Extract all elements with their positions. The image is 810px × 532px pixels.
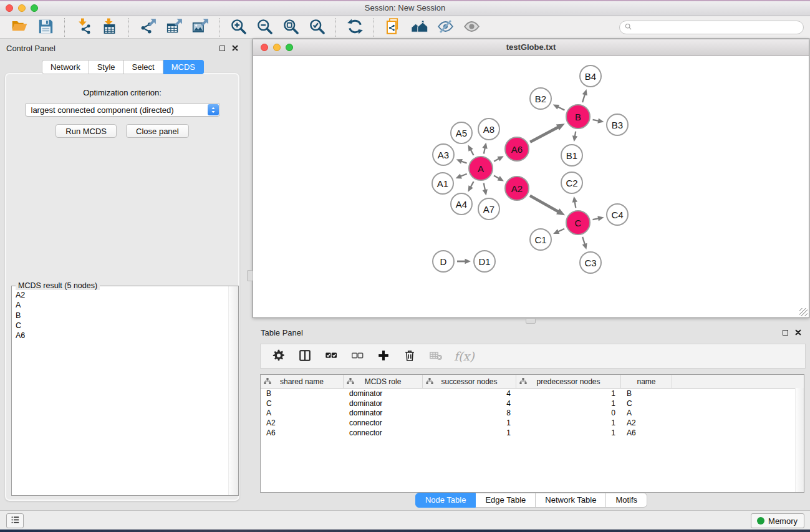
search-field[interactable] bbox=[619, 21, 804, 34]
deselect-all-button[interactable] bbox=[349, 348, 365, 364]
close-table-panel-icon[interactable] bbox=[795, 329, 801, 336]
network-window-titlebar[interactable]: testGlobe.txt bbox=[253, 39, 809, 56]
graph-node-B[interactable]: B bbox=[566, 104, 591, 129]
graph-node-A5[interactable]: A5 bbox=[450, 122, 473, 144]
zoom-in-button[interactable] bbox=[225, 17, 251, 37]
graph-node-A2[interactable]: A2 bbox=[504, 176, 529, 201]
zoom-fit-button[interactable] bbox=[277, 17, 304, 37]
result-item[interactable]: A6 bbox=[16, 331, 238, 341]
graph-node-C[interactable]: C bbox=[566, 210, 591, 235]
function-builder-button[interactable]: f(x) bbox=[454, 348, 475, 364]
graph-node-A7[interactable]: A7 bbox=[478, 198, 500, 220]
graph-node-C1[interactable]: C1 bbox=[529, 228, 552, 251]
table-row-B[interactable]: Bdominator41B bbox=[261, 389, 804, 399]
network-canvas[interactable]: B4B2BB3A5A8A6B1A3AC2A1A2A4A7C4CC1C3DD1 bbox=[253, 56, 809, 317]
hide-graphics-button[interactable] bbox=[432, 17, 458, 37]
result-scrollbar[interactable] bbox=[228, 286, 238, 495]
graph-node-C4[interactable]: C4 bbox=[606, 203, 629, 226]
float-table-panel-icon[interactable] bbox=[783, 330, 788, 336]
result-item[interactable]: C bbox=[16, 321, 238, 331]
import-table-button[interactable] bbox=[97, 17, 123, 37]
column-header-name[interactable]: name bbox=[621, 375, 672, 388]
delete-column-button[interactable] bbox=[402, 348, 418, 364]
window-resize-grip[interactable] bbox=[799, 308, 808, 316]
tab-motifs[interactable]: Motifs bbox=[606, 493, 647, 508]
tab-edge-table[interactable]: Edge Table bbox=[476, 493, 536, 508]
graph-node-B2[interactable]: B2 bbox=[529, 87, 552, 110]
memory-button[interactable]: Memory bbox=[751, 513, 804, 528]
optimization-select[interactable]: largest connected component (directed) bbox=[25, 103, 220, 117]
task-history-button[interactable] bbox=[6, 513, 24, 528]
graph-node-C2[interactable]: C2 bbox=[561, 172, 583, 194]
maximize-window-button[interactable] bbox=[31, 4, 38, 12]
table-row-A[interactable]: Adominator80A bbox=[261, 408, 804, 418]
column-header-shared-name[interactable]: shared name bbox=[261, 375, 344, 388]
save-session-button[interactable] bbox=[32, 17, 59, 37]
graph-node-A1[interactable]: A1 bbox=[432, 172, 454, 195]
search-input[interactable] bbox=[635, 22, 799, 32]
tab-style[interactable]: Style bbox=[89, 60, 124, 74]
float-panel-icon[interactable] bbox=[219, 46, 225, 51]
show-columns-button[interactable] bbox=[297, 348, 313, 364]
network-minimize-button[interactable] bbox=[273, 44, 281, 51]
zoom-out-button[interactable] bbox=[251, 17, 277, 37]
result-item[interactable]: A2 bbox=[16, 290, 238, 300]
cell: 1 bbox=[516, 389, 621, 398]
select-all-button[interactable] bbox=[323, 348, 339, 364]
network-close-button[interactable] bbox=[261, 44, 268, 51]
cell: A bbox=[261, 409, 344, 417]
add-column-button[interactable] bbox=[375, 348, 392, 364]
graph-node-B4[interactable]: B4 bbox=[579, 65, 602, 87]
export-network-button[interactable] bbox=[135, 17, 161, 37]
minimize-window-button[interactable] bbox=[18, 4, 26, 12]
graph-node-A8[interactable]: A8 bbox=[478, 118, 500, 140]
home-button[interactable] bbox=[406, 17, 432, 37]
graph-node-B1[interactable]: B1 bbox=[561, 144, 583, 167]
graph-node-A4[interactable]: A4 bbox=[450, 193, 473, 215]
column-header-successor-nodes[interactable]: successor nodes bbox=[423, 375, 516, 388]
close-panel-button[interactable]: Close panel bbox=[126, 124, 189, 138]
export-image-button[interactable] bbox=[187, 17, 213, 37]
columns-icon bbox=[298, 349, 312, 364]
graph-node-D1[interactable]: D1 bbox=[473, 250, 496, 273]
column-header-predecessor-nodes[interactable]: predecessor nodes bbox=[516, 375, 621, 388]
result-item[interactable]: A bbox=[16, 300, 238, 310]
table-row-C[interactable]: Cdominator41C bbox=[261, 399, 804, 409]
close-panel-icon[interactable] bbox=[232, 45, 238, 51]
vertical-splitter-grip[interactable] bbox=[247, 270, 253, 281]
graph-node-D[interactable]: D bbox=[432, 250, 455, 273]
graph-node-C3[interactable]: C3 bbox=[579, 251, 602, 274]
cell: C bbox=[621, 399, 672, 408]
cell: B bbox=[261, 389, 344, 398]
network-file-button[interactable] bbox=[380, 17, 406, 37]
graph-node-A[interactable]: A bbox=[468, 156, 493, 181]
result-item[interactable]: B bbox=[16, 311, 238, 321]
import-network-button[interactable] bbox=[70, 17, 97, 37]
run-mcds-button[interactable]: Run MCDS bbox=[55, 124, 117, 138]
session-title: Session: New Session bbox=[0, 0, 810, 16]
column-header-MCDS-role[interactable]: MCDS role bbox=[344, 375, 423, 388]
tab-network-table[interactable]: Network Table bbox=[536, 493, 606, 508]
cell: A6 bbox=[621, 428, 672, 437]
tab-select[interactable]: Select bbox=[124, 60, 163, 74]
tab-node-table[interactable]: Node Table bbox=[415, 493, 476, 508]
show-graphics-button[interactable] bbox=[458, 17, 485, 37]
table-row-A6[interactable]: A6connector11A6 bbox=[261, 428, 804, 438]
refresh-button[interactable] bbox=[342, 17, 368, 37]
network-maximize-button[interactable] bbox=[286, 44, 293, 51]
table-scrollbar[interactable] bbox=[795, 388, 804, 492]
graph-node-A3[interactable]: A3 bbox=[432, 143, 455, 166]
export-table-button[interactable] bbox=[161, 17, 187, 37]
close-window-button[interactable] bbox=[6, 4, 13, 12]
table-settings-button[interactable] bbox=[271, 348, 287, 364]
open-session-button[interactable] bbox=[6, 17, 32, 37]
zoom-selected-button[interactable] bbox=[304, 17, 330, 37]
graph-arrowhead bbox=[597, 216, 604, 221]
tab-network[interactable]: Network bbox=[42, 60, 89, 74]
delete-table-button[interactable] bbox=[428, 348, 444, 364]
table-row-A2[interactable]: A2connector11A2 bbox=[261, 418, 804, 428]
graph-node-A6[interactable]: A6 bbox=[504, 137, 529, 162]
graph-node-B3[interactable]: B3 bbox=[606, 114, 629, 136]
table-body: Bdominator41BCdominator41CAdominator80AA… bbox=[261, 389, 804, 437]
tab-mcds[interactable]: MCDS bbox=[163, 60, 204, 74]
